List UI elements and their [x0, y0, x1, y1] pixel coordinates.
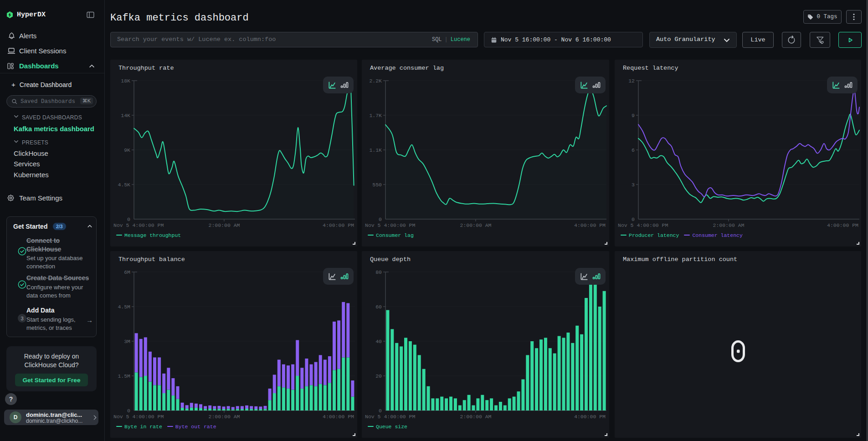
svg-text:4.5M: 4.5M	[118, 304, 130, 310]
svg-text:4:00:00 PM: 4:00:00 PM	[574, 414, 606, 420]
svg-text:2:00:00 AM: 2:00:00 AM	[208, 414, 240, 420]
svg-text:Nov 5 4:00:00 PM: Nov 5 4:00:00 PM	[365, 222, 416, 228]
svg-text:40: 40	[375, 338, 382, 344]
svg-text:4:00:00 PM: 4:00:00 PM	[323, 222, 354, 228]
svg-text:0: 0	[127, 408, 130, 414]
svg-text:3: 3	[632, 182, 635, 188]
svg-text:4.5K: 4.5K	[118, 182, 130, 188]
svg-text:18K: 18K	[121, 78, 130, 84]
svg-text:6: 6	[632, 147, 635, 153]
svg-text:Nov 5 4:00:00 PM: Nov 5 4:00:00 PM	[113, 414, 164, 420]
svg-text:550: 550	[372, 182, 382, 188]
svg-text:1.7K: 1.7K	[369, 113, 382, 118]
svg-text:14K: 14K	[121, 113, 130, 118]
svg-text:1.1K: 1.1K	[369, 147, 382, 153]
svg-text:4:00:00 PM: 4:00:00 PM	[323, 414, 354, 420]
svg-text:9: 9	[632, 113, 635, 118]
svg-text:60: 60	[375, 304, 382, 310]
svg-text:2:00:00 AM: 2:00:00 AM	[713, 222, 744, 228]
svg-text:0: 0	[127, 216, 130, 222]
svg-text:20: 20	[375, 373, 382, 379]
svg-text:0: 0	[379, 408, 382, 414]
svg-text:0: 0	[379, 216, 382, 222]
svg-text:12: 12	[628, 78, 635, 84]
svg-text:1.5M: 1.5M	[118, 373, 130, 379]
svg-text:2:00:00 AM: 2:00:00 AM	[208, 222, 240, 228]
svg-text:4:00:00 PM: 4:00:00 PM	[574, 222, 606, 228]
svg-text:0: 0	[632, 216, 635, 222]
svg-text:3M: 3M	[124, 338, 130, 344]
svg-text:80: 80	[375, 269, 382, 275]
svg-text:4:00:00 PM: 4:00:00 PM	[827, 222, 858, 228]
svg-text:Nov 5 4:00:00 PM: Nov 5 4:00:00 PM	[618, 222, 668, 228]
svg-text:Nov 5 4:00:00 PM: Nov 5 4:00:00 PM	[365, 414, 416, 420]
svg-text:2:00:00 AM: 2:00:00 AM	[460, 414, 491, 420]
svg-text:2:00:00 AM: 2:00:00 AM	[460, 222, 491, 228]
svg-text:Nov 5 4:00:00 PM: Nov 5 4:00:00 PM	[113, 222, 164, 228]
svg-text:6M: 6M	[124, 269, 130, 275]
svg-text:2.2K: 2.2K	[369, 78, 382, 84]
svg-text:9K: 9K	[124, 147, 130, 153]
